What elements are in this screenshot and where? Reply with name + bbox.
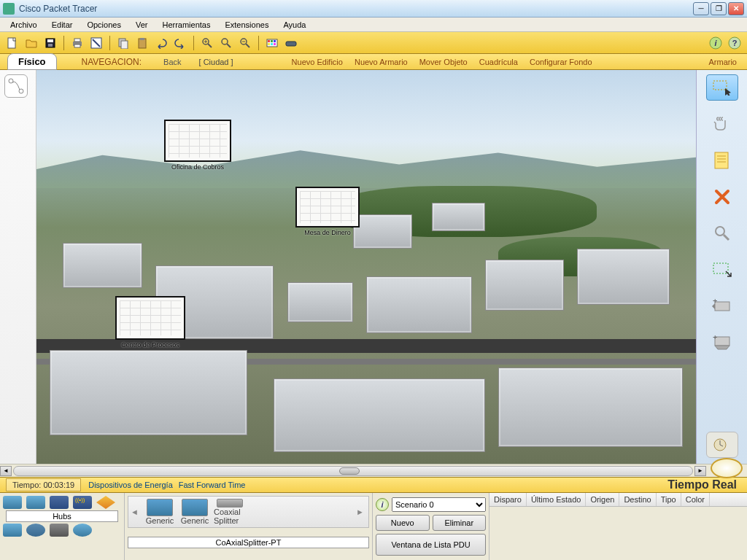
svg-rect-6 xyxy=(74,44,80,47)
physical-tab[interactable]: Físico xyxy=(7,53,57,70)
move-tool[interactable] xyxy=(706,111,738,137)
menu-editar[interactable]: Editar xyxy=(44,19,80,31)
simulation-mode-button[interactable] xyxy=(710,435,735,454)
svg-rect-11 xyxy=(140,38,144,40)
scroll-thumb[interactable] xyxy=(339,467,360,475)
wiring-closet-3[interactable]: Centro de Procesos xyxy=(115,296,185,340)
device-scroll-left[interactable]: ◄ xyxy=(131,499,141,525)
physical-canvas[interactable]: Oficina de Cobros Mesa de Dinero Centro … xyxy=(36,70,696,464)
svg-line-41 xyxy=(724,235,729,240)
action-nuevo-armario[interactable]: Nuevo Armario xyxy=(349,58,414,66)
action-configurar-fondo[interactable]: Configurar Fondo xyxy=(524,58,598,66)
action-nuevo-edificio[interactable]: Nuevo Edificio xyxy=(286,58,349,66)
zoom-in-button[interactable] xyxy=(199,35,215,51)
simple-pdu-tool[interactable]: + xyxy=(706,293,738,319)
undo-button[interactable] xyxy=(153,35,169,51)
inspect-tool[interactable] xyxy=(706,220,738,246)
save-button[interactable] xyxy=(42,35,58,51)
view-mode-group xyxy=(706,432,738,458)
menu-extensiones[interactable]: Extensiones xyxy=(217,19,276,31)
help-button[interactable]: ? xyxy=(727,35,743,51)
menu-herramientas[interactable]: Herramientas xyxy=(155,19,217,31)
pdu-list-window-button[interactable]: Ventana de Lista PDU xyxy=(376,534,486,556)
wizard-button[interactable] xyxy=(88,35,104,51)
wiring-closet-1[interactable]: Oficina de Cobros xyxy=(164,120,231,162)
complex-pdu-tool[interactable]: + xyxy=(706,330,738,356)
svg-text:+: + xyxy=(713,335,717,341)
zoom-out-button[interactable] xyxy=(237,35,253,51)
menu-opciones[interactable]: Opciones xyxy=(80,19,128,31)
status-bar: Tiempo: 00:03:19 Dispositivos de Energía… xyxy=(0,477,747,493)
paste-button[interactable] xyxy=(134,35,150,51)
menu-bar: Archivo Editar Opciones Ver Herramientas… xyxy=(0,18,747,32)
device-item-generic-2[interactable]: Generic xyxy=(179,499,211,525)
menu-ver[interactable]: Ver xyxy=(128,19,155,31)
fast-forward-link[interactable]: Fast Forward Time xyxy=(179,481,246,489)
scroll-track[interactable] xyxy=(13,466,693,476)
action-cuadricula[interactable]: Cuadrícula xyxy=(473,58,524,66)
cat-switches-icon[interactable] xyxy=(26,496,45,509)
svg-text:+: + xyxy=(713,299,717,305)
scroll-left-arrow[interactable]: ◄ xyxy=(0,466,12,476)
cat-custom-icon[interactable] xyxy=(50,524,69,537)
close-button[interactable]: ✕ xyxy=(728,2,744,15)
redo-button[interactable] xyxy=(172,35,188,51)
logical-physical-toggle[interactable] xyxy=(4,74,28,98)
scenario-new-button[interactable]: Nuevo xyxy=(376,515,430,531)
col-tipo[interactable]: Tipo xyxy=(657,493,681,506)
scroll-right-arrow[interactable]: ► xyxy=(694,466,706,476)
cat-routers-icon[interactable] xyxy=(3,496,22,509)
svg-rect-23 xyxy=(271,40,273,42)
device-selection-panel: ◄ Generic Generic Coaxial Splitter ► CoA… xyxy=(124,493,372,560)
palette-button[interactable] xyxy=(264,35,280,51)
svg-line-19 xyxy=(246,44,249,47)
bottom-panel: ((•)) Hubs ◄ Generic Generic Coaxial Spl… xyxy=(0,493,747,560)
window-title: Cisco Packet Tracer xyxy=(19,4,693,14)
info-button[interactable]: i xyxy=(708,35,724,51)
col-origen[interactable]: Origen xyxy=(586,493,619,506)
device-item-coaxial[interactable]: Coaxial Splitter xyxy=(214,499,246,525)
col-disparo[interactable]: Disparo xyxy=(489,493,527,506)
resize-tool[interactable] xyxy=(706,257,738,283)
print-button[interactable] xyxy=(69,35,85,51)
device-scroll-right[interactable]: ► xyxy=(356,499,366,525)
menu-ayuda[interactable]: Ayuda xyxy=(276,19,313,31)
custom-devices-button[interactable] xyxy=(283,35,299,51)
cat-wireless-icon[interactable]: ((•)) xyxy=(73,496,92,509)
power-devices-link[interactable]: Dispositivos de Energía xyxy=(88,481,173,489)
canvas-hscroll[interactable]: ◄ ► xyxy=(0,464,747,477)
cat-wan-icon[interactable] xyxy=(26,524,45,537)
note-tool[interactable] xyxy=(706,147,738,174)
svg-rect-9 xyxy=(121,41,128,49)
wiring-closet-2[interactable]: Mesa de Dinero xyxy=(295,187,360,228)
open-file-button[interactable] xyxy=(23,35,39,51)
wiring-closet-1-label: Oficina de Cobros xyxy=(171,163,224,171)
copy-button[interactable] xyxy=(115,35,131,51)
device-item-generic-1[interactable]: Generic xyxy=(144,499,176,525)
nav-location[interactable]: [ Ciudad ] xyxy=(190,58,242,66)
col-destino[interactable]: Destino xyxy=(619,493,656,506)
cat-hubs-icon[interactable] xyxy=(50,496,69,509)
maximize-button[interactable]: ❐ xyxy=(711,2,727,15)
new-file-button[interactable] xyxy=(4,35,20,51)
minimize-button[interactable]: ─ xyxy=(693,2,709,15)
svg-point-40 xyxy=(716,227,724,236)
delete-tool[interactable] xyxy=(706,184,738,210)
scenario-delete-button[interactable]: Eliminar xyxy=(433,515,487,531)
zoom-reset-button[interactable] xyxy=(218,35,234,51)
col-color[interactable]: Color xyxy=(681,493,710,506)
cat-connections-icon[interactable] xyxy=(96,496,115,509)
cat-multiuser-icon[interactable] xyxy=(73,524,92,537)
col-ultimo-estado[interactable]: Último Estado xyxy=(527,493,586,506)
wiring-closet-2-label: Mesa de Dinero xyxy=(304,229,351,236)
scenario-select[interactable]: Scenario 0 xyxy=(392,497,486,512)
realtime-clock-icon[interactable] xyxy=(711,458,743,478)
menu-archivo[interactable]: Archivo xyxy=(3,19,44,31)
physical-nav-bar: Físico NAVEGACION: Back [ Ciudad ] Nuevo… xyxy=(0,54,747,70)
select-tool[interactable] xyxy=(706,74,738,101)
nav-back[interactable]: Back xyxy=(155,58,190,66)
cat-end-devices-icon[interactable] xyxy=(3,524,22,537)
action-armario[interactable]: Armario xyxy=(698,58,747,66)
action-mover-objeto[interactable]: Mover Objeto xyxy=(414,58,473,66)
scenario-info-icon[interactable]: i xyxy=(376,498,389,511)
